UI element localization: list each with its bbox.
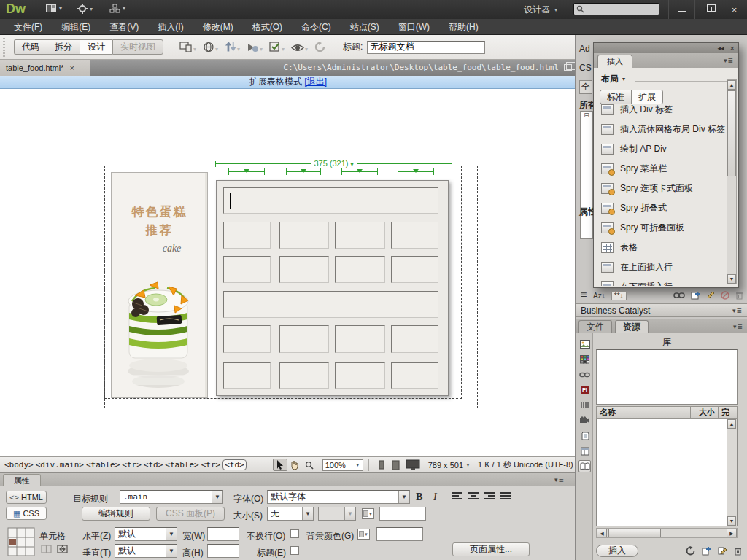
table-cell[interactable] [223, 222, 271, 249]
tag-body[interactable]: <body> [4, 460, 34, 470]
insert-panel-titlebar[interactable]: ◂◂ × [594, 43, 738, 53]
live-code-button[interactable]: ▾ [247, 42, 263, 52]
properties-tab[interactable]: 属性 [3, 474, 41, 486]
bg-color-input[interactable] [376, 527, 423, 541]
split-view-button[interactable]: 拆分 [47, 39, 80, 55]
tag-table[interactable]: <table> [165, 460, 198, 470]
css-all-button[interactable]: 全 [579, 80, 592, 94]
width-input[interactable] [207, 527, 239, 541]
delete-asset-icon[interactable] [734, 546, 742, 556]
file-management-button[interactable]: ▾ [225, 42, 240, 52]
column-width-marker[interactable] [286, 168, 321, 175]
panel-menu-icon[interactable]: ▾≣ [732, 307, 743, 314]
header-checkbox[interactable] [290, 546, 299, 555]
tag-table[interactable]: <table> [86, 460, 120, 470]
table-cell[interactable] [335, 256, 385, 283]
css-mode-button[interactable]: ▦ CSS [6, 507, 47, 520]
scroll-down-icon[interactable]: ▼ [727, 516, 736, 526]
menu-modify[interactable]: 修改(M) [193, 19, 243, 35]
panel-menu-icon[interactable]: ▾≣ [724, 57, 734, 64]
urls-category-button[interactable] [578, 368, 591, 381]
css-panel-button[interactable]: CSS 面板(P) [156, 507, 225, 521]
italic-button[interactable]: I [433, 491, 437, 503]
menu-insert[interactable]: 插入(I) [148, 19, 193, 35]
text-color-input[interactable] [379, 507, 426, 521]
restore-doc-window-icon[interactable] [564, 64, 572, 71]
tag-tr[interactable]: <tr> [201, 460, 221, 470]
table-cell[interactable] [223, 291, 438, 318]
scroll-right-icon[interactable]: ▶ [727, 529, 737, 537]
layout-switcher-button[interactable]: ▾ [45, 4, 62, 13]
height-input[interactable] [207, 544, 239, 558]
phone-size-button[interactable] [374, 459, 389, 471]
table-cell[interactable] [391, 362, 438, 389]
files-tab[interactable]: 文件 [578, 320, 612, 333]
cake-sidebar[interactable]: 特色蛋糕 推荐 cake [111, 172, 208, 398]
insert-item-spry-collapsible-panel[interactable]: Spry 可折叠面板 [597, 218, 727, 238]
images-category-button[interactable] [578, 338, 591, 350]
business-catalyst-panel[interactable]: Business Catalyst ▾≣ [576, 303, 747, 317]
close-button[interactable]: × [721, 0, 747, 19]
zoom-level-dropdown[interactable]: 100%▼ [322, 459, 363, 471]
check-browser-compat-button[interactable]: ▾ [269, 42, 285, 52]
align-justify-button[interactable] [500, 492, 511, 501]
code-view-button[interactable]: 代码 [14, 39, 47, 55]
align-left-button[interactable] [452, 492, 462, 501]
delete-rule-icon[interactable] [735, 291, 743, 300]
insert-item-div-tag[interactable]: 插入 Div 标签 [597, 100, 727, 120]
tag-div-main[interactable]: <div.main> [36, 460, 84, 470]
table-cell[interactable] [279, 256, 329, 283]
html-mode-button[interactable]: <> HTML [6, 491, 47, 504]
column-size[interactable]: 大小 [691, 406, 719, 419]
scrollbar-thumb[interactable] [727, 90, 736, 176]
bg-color-swatch[interactable]: ▼ [357, 529, 370, 540]
insert-item-fluid-grid-div[interactable]: 插入流体网格布局 Div 标签 [597, 120, 727, 139]
table-cell[interactable] [279, 222, 329, 249]
menu-edit[interactable]: 编辑(E) [52, 19, 100, 35]
edit-rule-button[interactable]: 编辑规则 [82, 507, 150, 521]
tablet-size-button[interactable] [389, 459, 403, 471]
menu-commands[interactable]: 命令(C) [292, 19, 341, 35]
table-cell[interactable] [223, 256, 271, 283]
desktop-size-button[interactable] [403, 459, 422, 471]
insert-item-table[interactable]: 表格 [597, 238, 727, 257]
split-cell-button[interactable] [57, 545, 68, 553]
column-width-marker[interactable] [341, 168, 378, 175]
search-input[interactable] [573, 3, 659, 15]
visual-aids-button[interactable]: ▾ [291, 43, 308, 52]
doc-title-input[interactable] [367, 41, 485, 54]
menu-file[interactable]: 文件(F) [4, 19, 52, 35]
tab-close-icon[interactable]: × [70, 63, 74, 72]
list-view-button[interactable]: Az↓ [593, 292, 605, 300]
flash-category-button[interactable]: Fl [578, 384, 591, 396]
insert-item-draw-ap-div[interactable]: 绘制 AP Div [597, 139, 727, 159]
insert-item-spry-accordion[interactable]: Spry 折叠式 [597, 198, 727, 218]
nowrap-checkbox[interactable] [290, 529, 299, 538]
zoom-tool-button[interactable] [302, 459, 317, 471]
edit-asset-icon[interactable] [718, 546, 727, 556]
refresh-list-icon[interactable] [686, 546, 695, 556]
collapse-to-icons-icon[interactable]: ◂◂ [718, 44, 724, 52]
table-cell[interactable] [279, 325, 329, 353]
edit-rule-icon[interactable] [706, 291, 715, 300]
horizontal-align-dropdown[interactable]: 默认 ▼ [115, 527, 177, 541]
insert-item-spry-menubar[interactable]: Spry 菜单栏 [597, 159, 727, 179]
table-cell-editing[interactable] [223, 187, 438, 214]
live-view-button[interactable]: 实时视图 [112, 39, 163, 55]
table-cell[interactable] [391, 325, 438, 353]
minimize-button[interactable] [668, 0, 694, 19]
bold-button[interactable]: B [416, 491, 422, 503]
asset-list[interactable]: ▲ ▼ [596, 419, 738, 526]
design-view-button[interactable]: 设计 [80, 39, 112, 55]
extend-menu-button[interactable]: ▾ [77, 4, 93, 14]
preview-browser-button[interactable]: ▾ [203, 42, 218, 52]
column-full-path[interactable]: 完 [719, 406, 738, 419]
document-tab[interactable]: table_food.html* × [0, 60, 90, 76]
page-properties-button[interactable]: 页面属性... [452, 542, 530, 556]
hand-tool-button[interactable] [287, 459, 302, 471]
align-right-button[interactable] [484, 492, 495, 501]
multiscreen-button[interactable]: ▾ [179, 42, 196, 52]
menu-help[interactable]: 帮助(H) [439, 19, 488, 35]
scroll-up-icon[interactable]: ▲ [727, 80, 736, 90]
set-properties-view-button[interactable]: **↓ [611, 291, 627, 300]
